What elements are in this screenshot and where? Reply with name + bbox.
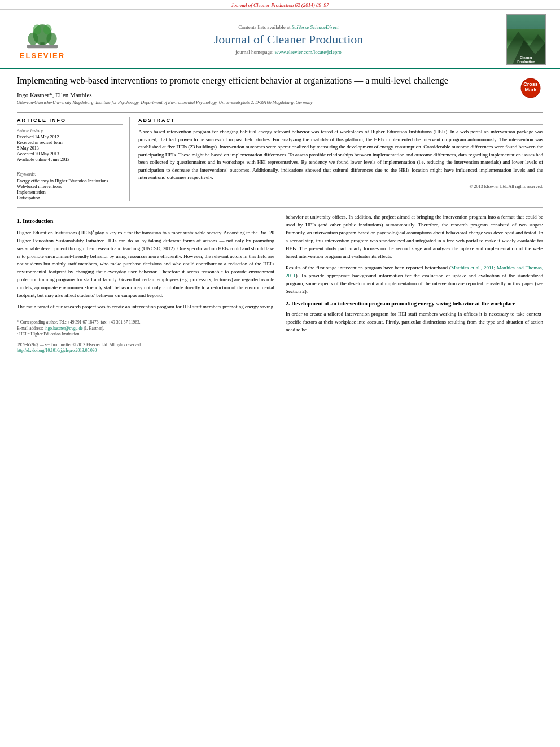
- cleaner-production-badge: Cleaner Production: [506, 14, 546, 65]
- article-authors: Ingo Kastner*, Ellen Matthies: [17, 91, 515, 98]
- journal-citation: Journal of Cleaner Production 62 (2014) …: [231, 2, 329, 8]
- section2-heading: 2. Development of an intervention progra…: [286, 299, 543, 308]
- body-columns: 1. Introduction Higher Education Institu…: [17, 213, 543, 353]
- svg-point-5: [43, 24, 52, 34]
- article-title-area: Implementing web-based interventions to …: [17, 75, 515, 106]
- keywords-section: Keywords: Energy efficiency in Higher Ed…: [17, 172, 123, 200]
- elsevier-label: ELSEVIER: [20, 51, 65, 60]
- received-revised-label: Received in revised form: [17, 140, 123, 145]
- footer-doi[interactable]: http://dx.doi.org/10.1016/j.jclepro.2013…: [17, 348, 274, 354]
- body-column-left: 1. Introduction Higher Education Institu…: [17, 213, 274, 353]
- svg-text:Mark: Mark: [524, 87, 537, 93]
- abstract-copyright: © 2013 Elsevier Ltd. All rights reserved…: [138, 184, 543, 189]
- ref-matthies-2011[interactable]: Matthies et al., 2011: [451, 265, 494, 270]
- elsevier-tree-icon: [20, 19, 65, 50]
- keywords-label: Keywords:: [17, 172, 123, 177]
- section1-col2-para2: Results of the first stage intervention …: [286, 264, 543, 296]
- homepage-prefix: journal homepage:: [235, 49, 274, 55]
- abstract-column: ABSTRACT A web-based intervention progra…: [138, 117, 543, 201]
- info-divider: [17, 167, 123, 167]
- footnote-asterisk: * Corresponding author. Tel.: +49 391 67…: [17, 320, 274, 326]
- journal-title: Journal of Cleaner Production: [79, 32, 498, 47]
- footer-section: 0959-6526/$ — see front matter © 2013 El…: [17, 342, 274, 354]
- revised-date: 8 May 2013: [17, 146, 123, 151]
- footnote-email-link[interactable]: ingo.kastner@ovgu.de: [45, 326, 83, 331]
- keyword-1: Energy efficiency in Higher Education In…: [17, 178, 123, 184]
- article-title: Implementing web-based interventions to …: [17, 75, 515, 87]
- section2-col2-para1: In order to create a tailored interventi…: [286, 311, 543, 334]
- crossmark-section: Cross Mark: [520, 78, 543, 99]
- keyword-4: Participation: [17, 195, 123, 200]
- footnote-email-label: E-mail address:: [17, 326, 45, 331]
- section1-para2: The main target of our research project …: [17, 303, 274, 311]
- article-info-column: ARTICLE INFO Article history: Received 1…: [17, 117, 130, 201]
- footnote-email: E-mail address: ingo.kastner@ovgu.de (I.…: [17, 326, 274, 332]
- ref-matthies-thomas-2011[interactable]: Matthies and Thomas, 2011: [286, 265, 543, 278]
- svg-text:Cleaner: Cleaner: [520, 56, 533, 59]
- article-history-group: Article history: Received 14 May 2012 Re…: [17, 128, 123, 162]
- journal-citation-bar: Journal of Cleaner Production 62 (2014) …: [0, 0, 560, 10]
- title-divider: [17, 112, 543, 113]
- section1-heading: 1. Introduction: [17, 217, 274, 226]
- cleaner-prod-badge-image: Cleaner Production: [507, 15, 545, 64]
- history-label: Article history:: [17, 128, 123, 133]
- section1-col2-para1: behavior at university offices. In addit…: [286, 213, 543, 261]
- svg-rect-6: [27, 45, 58, 49]
- abstract-text: A web-based intervention program for cha…: [138, 128, 543, 182]
- journal-header-center: Contents lists available at SciVerse Sci…: [79, 24, 498, 55]
- body-divider: [17, 207, 543, 208]
- footnote-area: * Corresponding author. Tel.: +49 391 67…: [17, 317, 274, 338]
- available-date: Available online 4 June 2013: [17, 157, 123, 162]
- elsevier-logo-section: ELSEVIER: [11, 19, 73, 60]
- sciverse-link[interactable]: SciVerse ScienceDirect: [292, 24, 339, 30]
- article-affiliation: Otto-von-Guericke-University Magdeburg, …: [17, 100, 515, 106]
- cleaner-production-badge-section: Cleaner Production: [504, 14, 549, 65]
- footer-issn: 0959-6526/$ — see front matter © 2013 El…: [17, 342, 274, 348]
- section2-heading-text: 2. Development of an intervention progra…: [286, 300, 515, 307]
- article-title-section: Implementing web-based interventions to …: [17, 75, 543, 108]
- sciverse-prefix: Contents lists available at: [238, 24, 291, 30]
- homepage-link[interactable]: www.elsevier.com/locate/jclepro: [275, 49, 342, 55]
- article-info-label: ARTICLE INFO: [17, 117, 123, 125]
- svg-text:Cross: Cross: [523, 81, 538, 87]
- section1-para1: Higher Education Institutions (HEIs)1 pl…: [17, 229, 274, 300]
- svg-point-4: [33, 24, 41, 34]
- accepted-date: Accepted 20 May 2013: [17, 151, 123, 156]
- sciverse-line: Contents lists available at SciVerse Sci…: [79, 24, 498, 30]
- body-column-right: behavior at university offices. In addit…: [286, 213, 543, 353]
- crossmark-icon: Cross Mark: [520, 78, 541, 98]
- received-date: Received 14 May 2012: [17, 134, 123, 139]
- elsevier-logo: ELSEVIER: [20, 19, 65, 60]
- article-container: Implementing web-based interventions to …: [0, 69, 560, 360]
- abstract-label: ABSTRACT: [138, 117, 543, 125]
- keyword-2: Web-based interventions: [17, 184, 123, 189]
- homepage-line: journal homepage: www.elsevier.com/locat…: [79, 49, 498, 55]
- svg-text:Production: Production: [517, 60, 535, 63]
- footnote-1: ¹ HEI = Higher Education Institution.: [17, 331, 274, 338]
- info-abstract-section: ARTICLE INFO Article history: Received 1…: [17, 117, 543, 201]
- journal-header: ELSEVIER Contents lists available at Sci…: [0, 10, 560, 69]
- footnote-email-note: (I. Kastner).: [84, 326, 104, 331]
- svg-rect-10: [507, 15, 545, 29]
- keyword-3: Implementation: [17, 190, 123, 195]
